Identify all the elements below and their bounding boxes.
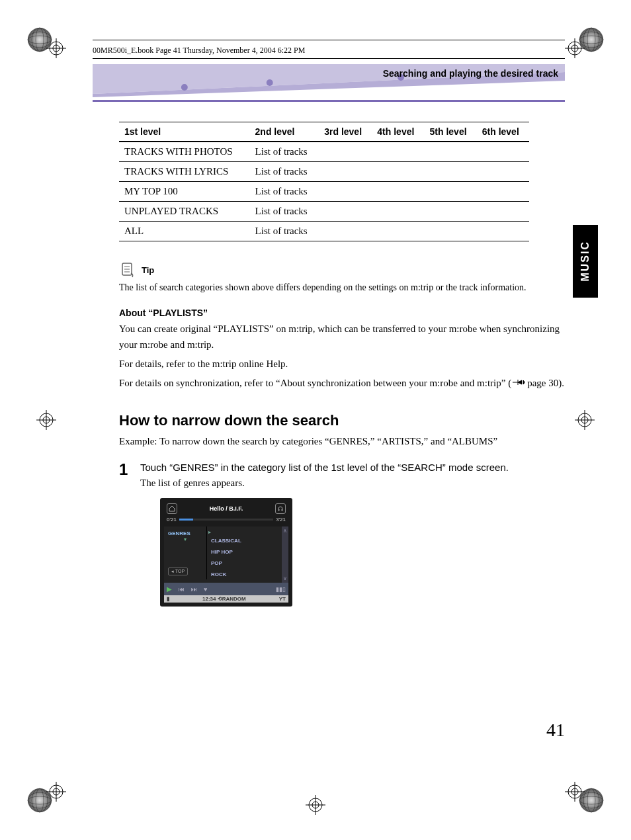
- table-row: MY TOP 100List of tracks: [119, 182, 529, 202]
- top-button: ◂ TOP: [168, 567, 188, 575]
- battery-icon: ▮: [167, 596, 169, 602]
- list-item: HIP HOP: [207, 546, 282, 558]
- home-icon: [167, 503, 177, 514]
- body-text: For details on synchronization, refer to…: [119, 375, 565, 392]
- pointer-icon: [511, 376, 527, 392]
- col-header: 6th level: [477, 122, 529, 142]
- side-tab-music: MUSIC: [573, 225, 598, 298]
- svg-point-50: [181, 84, 188, 91]
- list-item: POP: [207, 558, 282, 569]
- body-text: You can create original “PLAYLISTS” on m…: [119, 321, 565, 354]
- col-header: 2nd level: [250, 122, 319, 142]
- list-item: ROCK: [207, 569, 282, 580]
- next-icon: ⏭: [191, 586, 197, 593]
- svg-point-51: [267, 79, 273, 86]
- track-title: Hello / B.I.F.: [210, 505, 243, 512]
- volume-icon: ▮▮▯: [276, 586, 286, 593]
- registration-mark-icon: [565, 782, 585, 802]
- col-header: 1st level: [119, 122, 250, 142]
- heart-icon: ♥: [204, 586, 207, 593]
- levels-table: 1st level 2nd level 3rd level 4th level …: [119, 122, 529, 241]
- tip-label: Tip: [142, 265, 154, 275]
- category-label: GENRES: [168, 530, 202, 536]
- progress-bar: [179, 519, 273, 521]
- about-heading: About “PLAYLISTS”: [119, 308, 565, 318]
- play-icon: ▶: [167, 585, 172, 593]
- tip-icon: [119, 261, 136, 278]
- step-subtext: The list of genres appears.: [140, 478, 509, 489]
- howto-heading: How to narrow down the search: [119, 412, 565, 429]
- table-row: TRACKS WITH PHOTOSList of tracks: [119, 142, 529, 162]
- device-screenshot: Hello / B.I.F. 0'21 3'21 GENRES ▾: [160, 498, 292, 607]
- book-info: 00MR500i_E.book Page 41 Thursday, Novemb…: [93, 43, 565, 58]
- page-number: 41: [546, 720, 565, 741]
- status-time: 12:34: [202, 596, 216, 602]
- prev-icon: ⏮: [179, 586, 185, 593]
- registration-mark-icon: [46, 782, 66, 802]
- time-total: 3'21: [276, 517, 286, 523]
- side-tab-label: MUSIC: [579, 241, 591, 282]
- registration-mark-icon: [46, 38, 66, 58]
- headphone-icon: [275, 503, 286, 514]
- step-number: 1: [119, 460, 132, 479]
- col-header: 5th level: [425, 122, 477, 142]
- decorative-band: Searching and playing the desired track: [93, 64, 565, 97]
- table-row: UNPLAYED TRACKSList of tracks: [119, 202, 529, 222]
- table-row: ALLList of tracks: [119, 222, 529, 241]
- registration-mark-icon: [575, 410, 595, 430]
- scrollbar: ∧∨: [282, 526, 288, 583]
- step-instruction: Touch “GENRES” in the category list of t…: [140, 460, 509, 476]
- time-elapsed: 0'21: [167, 517, 177, 523]
- registration-mark-icon: [36, 410, 56, 430]
- tip-text: The list of search categories shown abov…: [119, 281, 565, 294]
- col-header: 3rd level: [319, 122, 372, 142]
- example-text: Example: To narrow down the search by ca…: [119, 436, 565, 447]
- body-text: For details, refer to the m:trip online …: [119, 356, 565, 372]
- registration-mark-icon: [565, 38, 585, 58]
- table-row: TRACKS WITH LYRICSList of tracks: [119, 162, 529, 182]
- status-mode: RANDOM: [222, 596, 246, 602]
- status-right: YT: [279, 596, 286, 602]
- col-header: 4th level: [372, 122, 424, 142]
- section-title: Searching and playing the desired track: [93, 64, 565, 79]
- list-item: CLASSICAL: [207, 535, 282, 546]
